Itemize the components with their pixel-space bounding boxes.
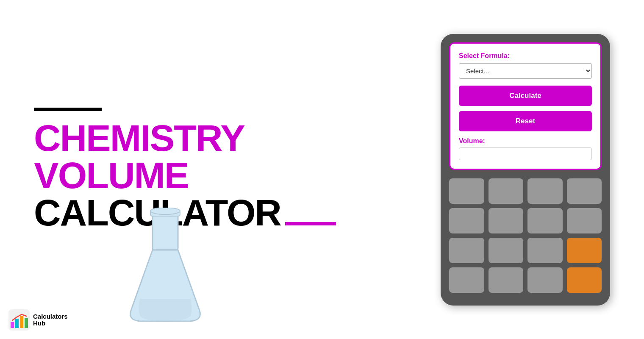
- formula-select[interactable]: Select... Ideal Gas Law Boyle's Law Char…: [459, 63, 592, 79]
- calculator-screen: Select Formula: Select... Ideal Gas Law …: [449, 42, 602, 170]
- title-calculator: CALCULATOR: [34, 194, 407, 231]
- calculator-keypad: [449, 178, 602, 293]
- select-formula-label: Select Formula:: [459, 52, 592, 60]
- calculator-body: Select Formula: Select... Ideal Gas Law …: [441, 34, 610, 306]
- title-volume: VOLUME: [34, 157, 407, 194]
- title-chemistry: CHEMISTRY: [34, 119, 407, 157]
- calc-key-9[interactable]: [449, 238, 484, 263]
- right-section: Select Formula: Select... Ideal Gas Law …: [432, 34, 619, 306]
- svg-rect-0: [153, 212, 178, 250]
- reset-button[interactable]: Reset: [459, 111, 592, 131]
- calc-key-2[interactable]: [489, 178, 524, 204]
- black-decorative-bar: [34, 108, 102, 111]
- calc-key-13[interactable]: [489, 267, 524, 293]
- calc-key-orange-2[interactable]: [567, 267, 602, 293]
- svg-point-2: [150, 208, 180, 214]
- calc-key-orange-1[interactable]: [567, 238, 602, 263]
- calc-key-12[interactable]: [449, 267, 484, 293]
- calc-key-7[interactable]: [527, 208, 563, 233]
- flask-illustration: [119, 208, 212, 326]
- logo-text: Calculators Hub: [33, 313, 68, 327]
- purple-underline: [285, 222, 336, 225]
- calc-key-1[interactable]: [449, 178, 484, 204]
- calc-key-11[interactable]: [527, 238, 563, 263]
- calc-key-6[interactable]: [489, 208, 524, 233]
- calc-key-14[interactable]: [527, 267, 563, 293]
- logo-area: Calculators Hub: [8, 309, 68, 331]
- volume-label: Volume:: [459, 137, 592, 145]
- calc-key-4[interactable]: [567, 178, 602, 204]
- logo-icon: [8, 309, 30, 331]
- left-section: CHEMISTRY VOLUME CALCULATOR: [0, 0, 432, 339]
- calc-key-3[interactable]: [527, 178, 563, 204]
- calc-key-10[interactable]: [489, 238, 524, 263]
- calc-key-8[interactable]: [567, 208, 602, 233]
- svg-rect-7: [25, 318, 28, 328]
- svg-rect-4: [11, 322, 14, 328]
- svg-rect-6: [20, 316, 23, 328]
- svg-rect-5: [15, 319, 19, 328]
- calc-key-5[interactable]: [449, 208, 484, 233]
- calculate-button[interactable]: Calculate: [459, 86, 592, 106]
- volume-input[interactable]: [459, 147, 592, 160]
